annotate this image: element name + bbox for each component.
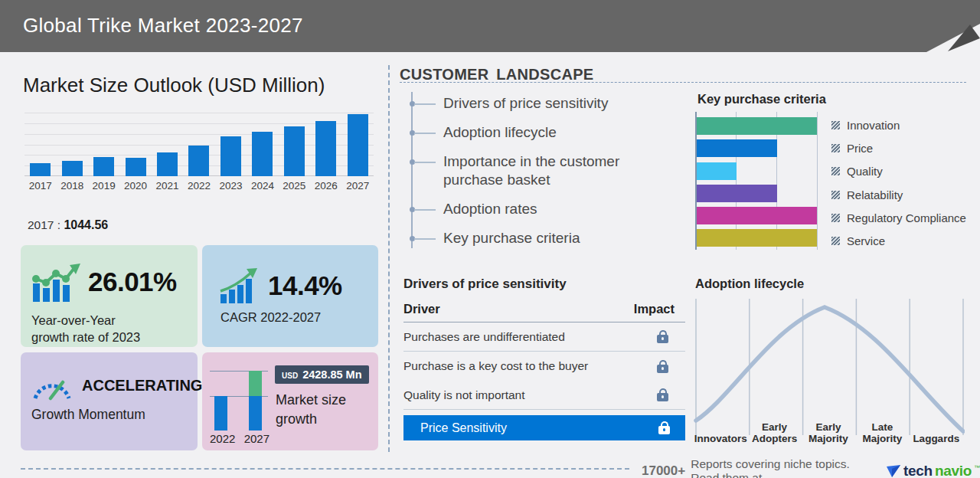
customer-landscape-list: Drivers of price sensitivityAdoption lif… <box>403 89 679 253</box>
bar-trend-icon <box>30 259 82 305</box>
legend-label: Relatability <box>847 188 903 201</box>
technavio-arrow-icon <box>886 464 901 478</box>
market-size-plot <box>24 112 374 176</box>
landscape-item-label: Key purchase criteria <box>443 230 580 246</box>
driver-cell: Purchases are undifferentiated <box>403 330 565 344</box>
legend-label: Innovation <box>847 119 900 132</box>
market-size-bar-2025 <box>284 126 305 176</box>
year-tick-label: 2025 <box>279 180 310 192</box>
legend-item: Innovation <box>831 113 966 136</box>
legend-label: Regulatory Compliance <box>847 211 966 224</box>
footer-text: Reports covering niche topics. Read them… <box>691 457 880 478</box>
momentum-label: Growth Momentum <box>31 406 145 423</box>
legend-item: Regulatory Compliance <box>831 206 966 229</box>
market-size-bar-slot <box>56 112 87 176</box>
year-tick-label: 2022 <box>183 180 214 192</box>
key-purchase-criteria-chart <box>695 112 818 250</box>
market-size-bar-2023 <box>220 136 241 176</box>
market-size-bar-2020 <box>126 158 146 176</box>
legend-swatch-icon <box>831 167 840 175</box>
year-tick-label: 2019 <box>88 180 119 192</box>
table-header-row: Driver Impact <box>403 302 685 322</box>
impact-column-header: Impact <box>634 302 675 316</box>
criteria-bar-service <box>697 229 817 247</box>
anchor-year: 2017 <box>28 218 54 231</box>
legend-label: Quality <box>847 165 883 178</box>
legend-item: Relatability <box>831 183 966 206</box>
market-size-title: Market Size Outlook (USD Million) <box>23 74 325 97</box>
anchor-value: 1044.56 <box>64 218 108 231</box>
market-size-bar-slot <box>88 112 119 176</box>
reports-count: 17000+ <box>642 463 685 478</box>
year-tick-label: 2026 <box>310 180 341 192</box>
market-size-bar-2022 <box>188 146 209 176</box>
footer-dashed-line <box>21 468 629 470</box>
price-sensitivity-table: Driver Impact Purchases are undifferenti… <box>403 302 685 440</box>
bullet-tick-line <box>414 238 436 240</box>
cagr-card: 14.4% CAGR 2022-2027 <box>202 245 378 347</box>
year-tick-label: 2027 <box>342 180 374 192</box>
legend-swatch-icon <box>831 237 840 245</box>
lock-icon <box>658 426 670 434</box>
legend-swatch-icon <box>831 144 840 152</box>
market-size-bar-slot <box>310 112 341 176</box>
adoption-lifecycle-stage-labels: InnovatorsEarly AdoptersEarly MajorityLa… <box>694 414 963 444</box>
landscape-item-label: Importance in the customer purchase bask… <box>443 153 619 188</box>
growth-arrow-bars-icon <box>219 267 262 305</box>
adoption-lifecycle-title: Adoption lifecycle <box>695 277 804 291</box>
driver-cell: Quality is not important <box>403 388 525 402</box>
landscape-list-item: Adoption lifecycle <box>403 118 673 147</box>
market-size-bar-slot <box>183 112 214 176</box>
market-size-bar-slot <box>119 112 151 176</box>
landscape-list-item: Importance in the customer purchase bask… <box>403 147 673 195</box>
bullet-tick-line <box>414 162 436 163</box>
growth-amount-badge: USD 2428.85 Mn <box>275 365 369 384</box>
growth-label: Market size growth <box>276 391 346 429</box>
driver-column-header: Driver <box>403 302 440 316</box>
momentum-status: ACCELERATING <box>82 377 202 395</box>
market-size-bar-2019 <box>93 157 114 176</box>
bullet-tick-line <box>414 103 436 105</box>
year-tick-label: 2020 <box>119 180 151 192</box>
year-tick-label: 2018 <box>56 180 87 192</box>
customer-landscape-heading: CUSTOMER LANDSCAPE <box>400 66 594 83</box>
table-row: Purchases are undifferentiated <box>403 322 685 352</box>
criteria-bar-price <box>697 139 777 157</box>
lifecycle-stage-label: Late Majority <box>855 414 909 444</box>
lifecycle-stage-label: Laggards <box>910 414 963 444</box>
market-size-bar-2026 <box>315 121 336 176</box>
landscape-list-item: Drivers of price sensitivity <box>403 89 673 118</box>
legend-item: Quality <box>831 160 966 183</box>
cagr-label: CAGR 2022-2027 <box>220 309 321 326</box>
legend-label: Service <box>847 234 885 247</box>
price-sensitivity-highlight-row: Price Sensitivity <box>403 415 685 440</box>
technavio-logo[interactable]: technavio™ <box>886 463 980 478</box>
growth-mini-chart: 2022 2027 <box>210 369 270 442</box>
bar-2027-growth-segment <box>249 371 262 396</box>
year-tick-label: 2021 <box>152 180 183 192</box>
mini-chart-years: 2022 2027 <box>210 432 270 445</box>
market-size-bar-chart: 2017201820192020202120222023202420252026… <box>24 112 374 192</box>
market-size-bar-slot <box>24 112 56 176</box>
bullet-tick-line <box>414 133 436 134</box>
market-size-bar-slot <box>215 112 247 176</box>
lock-icon <box>657 393 668 401</box>
yoy-value: 26.01% <box>88 267 177 297</box>
market-size-bar-2018 <box>62 161 83 176</box>
criteria-bar-quality <box>697 162 737 180</box>
footer: 17000+ Reports covering niche topics. Re… <box>642 457 980 478</box>
lock-icon <box>657 335 668 343</box>
market-size-bar-slot <box>279 112 310 176</box>
legend-item: Service <box>831 229 966 252</box>
market-size-bar-slot <box>247 112 278 176</box>
legend-swatch-icon <box>831 191 840 199</box>
year-tick-label: 2017 <box>24 180 56 192</box>
page-title: Global Trike Market 2023-2027 <box>23 0 303 51</box>
bullet-tick-line <box>414 209 436 211</box>
market-size-growth-card: 2022 2027 USD 2428.85 Mn Market size gro… <box>202 352 378 450</box>
criteria-bar-innovation <box>697 117 817 135</box>
lifecycle-stage-label: Early Adopters <box>747 414 801 444</box>
market-size-bar-slot <box>152 112 183 176</box>
yoy-label: Year-over-Year growth rate of 2023 <box>31 312 140 345</box>
legend-item: Price <box>831 136 966 159</box>
